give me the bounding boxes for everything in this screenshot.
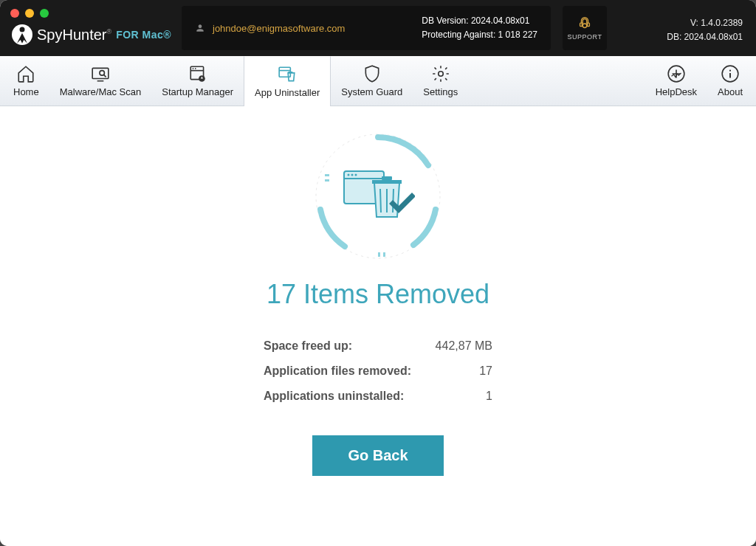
app-name: SpyHunter® <box>37 27 111 44</box>
svg-point-7 <box>192 68 193 69</box>
stat-apps-uninstalled: Applications uninstalled: 1 <box>264 384 492 409</box>
tab-app-uninstaller[interactable]: App Uninstaller <box>244 56 331 106</box>
svg-point-17 <box>729 70 731 72</box>
app-logo: SpyHunter® FOR Mac® <box>12 24 171 45</box>
db-version-line: DB Version: 2024.04.08x01 <box>422 14 537 28</box>
startup-icon <box>188 64 207 83</box>
info-icon <box>721 64 740 83</box>
uninstaller-icon <box>278 65 297 84</box>
content-area: 17 Items Removed Space freed up: 442,87 … <box>0 106 756 546</box>
tab-home[interactable]: Home <box>3 56 49 106</box>
shield-icon <box>362 64 382 83</box>
tab-settings[interactable]: Settings <box>413 56 468 106</box>
db-date: DB: 2024.04.08x01 <box>667 30 743 44</box>
tab-system-guard[interactable]: System Guard <box>331 56 413 106</box>
window-controls <box>10 9 49 18</box>
stat-files-removed: Application files removed: 17 <box>264 359 492 384</box>
main-toolbar: Home Malware/Mac Scan Startup Manager Ap… <box>0 56 756 106</box>
tab-startup-manager[interactable]: Startup Manager <box>151 56 244 106</box>
svg-line-4 <box>103 75 106 77</box>
version-info: V: 1.4.0.2389 DB: 2024.04.08x01 <box>667 16 743 44</box>
minimize-window-button[interactable] <box>25 9 34 18</box>
svg-rect-23 <box>383 252 385 257</box>
tab-malware-scan[interactable]: Malware/Mac Scan <box>49 56 152 106</box>
app-platform-label: FOR Mac® <box>116 29 171 41</box>
home-icon <box>16 64 35 83</box>
svg-point-12 <box>439 72 444 77</box>
support-icon <box>577 15 593 32</box>
header-info-panel: johndoe@enigmasoftware.com DB Version: 2… <box>182 6 551 50</box>
tab-helpdesk[interactable]: HelpDesk <box>645 56 707 106</box>
support-button[interactable]: SUPPORT <box>563 6 607 50</box>
result-headline: 17 Items Removed <box>267 279 489 310</box>
progress-ring-icon <box>312 130 444 263</box>
close-window-button[interactable] <box>10 9 19 18</box>
maximize-window-button[interactable] <box>40 9 49 18</box>
svg-rect-1 <box>92 68 109 78</box>
gear-icon <box>431 64 450 83</box>
svg-rect-21 <box>325 179 329 182</box>
go-back-button[interactable]: Go Back <box>312 435 443 476</box>
helpdesk-icon <box>667 64 686 83</box>
protecting-line: Protecting Against: 1 018 227 <box>422 28 537 42</box>
spyhunter-icon <box>12 24 32 45</box>
scan-icon <box>91 64 110 83</box>
support-label: SUPPORT <box>568 33 602 41</box>
stat-space-freed: Space freed up: 442,87 MB <box>264 334 492 359</box>
app-version: V: 1.4.0.2389 <box>667 16 743 30</box>
result-stats: Space freed up: 442,87 MB Application fi… <box>264 334 492 409</box>
svg-rect-20 <box>325 174 329 176</box>
user-icon <box>195 23 205 33</box>
tab-about[interactable]: About <box>707 56 753 106</box>
db-info: DB Version: 2024.04.08x01 Protecting Aga… <box>422 14 537 42</box>
user-email[interactable]: johndoe@enigmasoftware.com <box>195 23 345 34</box>
result-illustration <box>312 130 444 263</box>
svg-point-0 <box>20 27 25 32</box>
svg-point-8 <box>195 68 196 69</box>
svg-rect-22 <box>378 252 380 257</box>
toolbar-spacer <box>468 56 645 106</box>
app-window: SpyHunter® FOR Mac® johndoe@enigmasoftwa… <box>0 0 756 546</box>
titlebar: SpyHunter® FOR Mac® johndoe@enigmasoftwa… <box>0 0 756 56</box>
